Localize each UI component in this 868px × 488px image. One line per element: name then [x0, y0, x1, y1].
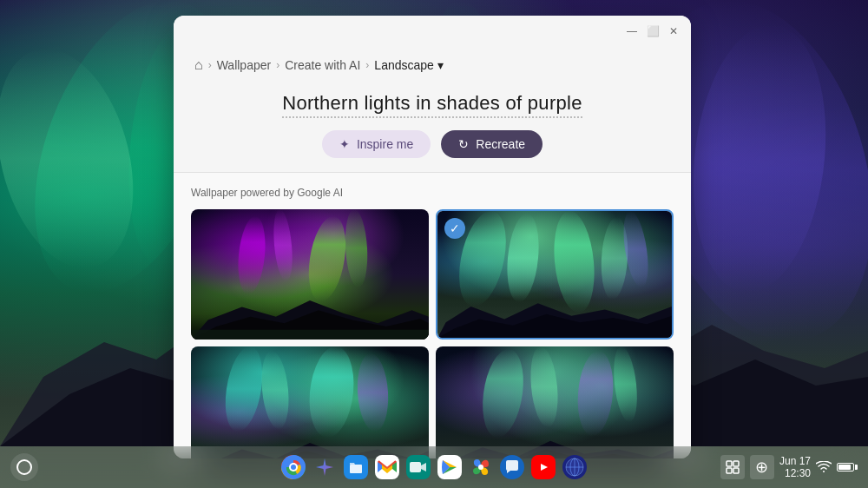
title-area: Northern lights in shades of purple ✦ In…: [174, 83, 691, 172]
breadcrumb-sep-2: ›: [276, 59, 279, 71]
recreate-icon: ↻: [458, 137, 469, 151]
gemini-icon: [314, 457, 335, 478]
svg-rect-26: [727, 461, 732, 466]
files-app-icon[interactable]: [344, 455, 368, 479]
svg-point-14: [291, 465, 296, 470]
action-buttons: ✦ Inspire me ↻ Recreate: [194, 130, 670, 158]
wallpaper-window: — ⬜ ✕ ⌂ › Wallpaper › Create with AI › L…: [174, 16, 691, 458]
tray-expand-button[interactable]: [720, 455, 745, 479]
chrome-icon: [281, 455, 306, 479]
play-app-icon[interactable]: [437, 455, 462, 479]
circle-icon: [16, 458, 33, 476]
battery-icon: [837, 463, 858, 472]
inspire-me-button[interactable]: ✦ Inspire me: [322, 130, 431, 158]
plus-icon: ⊕: [755, 458, 768, 477]
gallery-area: Wallpaper powered by Google AI: [174, 173, 691, 458]
gallery-image-4[interactable]: [436, 346, 674, 458]
messages-icon: [503, 458, 521, 476]
close-button[interactable]: ✕: [667, 24, 681, 38]
play-store-icon: [440, 458, 459, 477]
globe-icon: [564, 457, 585, 478]
aurora-image-2-bg: [437, 211, 672, 338]
time-display: 12:30: [785, 467, 811, 479]
minimize-button[interactable]: —: [625, 24, 639, 38]
add-button[interactable]: ⊕: [750, 455, 774, 479]
mountain-1: [191, 287, 429, 340]
breadcrumb-active[interactable]: Landscape ▾: [374, 58, 444, 72]
system-tray-button[interactable]: [10, 453, 38, 481]
chrome-edu-app-icon[interactable]: [562, 455, 587, 479]
breadcrumb-wallpaper[interactable]: Wallpaper: [217, 58, 272, 72]
youtube-icon: [534, 460, 553, 474]
maximize-button[interactable]: ⬜: [646, 24, 660, 38]
meet-icon: [409, 459, 428, 475]
recreate-button[interactable]: ↻ Recreate: [441, 130, 542, 158]
tray-icon: [726, 460, 740, 474]
photos-app-icon[interactable]: [469, 455, 493, 479]
date-display: Jun 17: [779, 455, 811, 467]
inspire-me-label: Inspire me: [357, 137, 413, 151]
battery-tip: [855, 465, 858, 470]
breadcrumb-sep-1: ›: [208, 59, 212, 71]
gallery-image-1[interactable]: [191, 209, 429, 340]
taskbar: ⊕ Jun 17 12:30: [0, 446, 868, 488]
window-titlebar: — ⬜ ✕: [174, 16, 691, 47]
messages-app-icon[interactable]: [500, 455, 524, 479]
taskbar-center: [281, 455, 587, 479]
svg-rect-27: [733, 461, 739, 466]
svg-rect-17: [410, 462, 421, 472]
gmail-icon: [378, 460, 397, 474]
aurora-image-4-bg: [436, 346, 674, 458]
svg-point-18: [478, 465, 483, 470]
window-content: ⌂ › Wallpaper › Create with AI › Landsca…: [174, 47, 691, 458]
home-icon[interactable]: ⌂: [194, 57, 203, 73]
files-icon: [347, 458, 365, 476]
page-title: Northern lights in shades of purple: [282, 92, 582, 118]
photos-icon: [470, 456, 492, 478]
breadcrumb-dropdown-icon: ▾: [437, 58, 444, 72]
gallery-image-2[interactable]: ✓: [436, 209, 674, 340]
svg-point-11: [17, 460, 31, 474]
svg-rect-15: [350, 465, 362, 473]
youtube-app-icon[interactable]: [531, 455, 556, 479]
gallery-image-3[interactable]: [191, 346, 429, 458]
breadcrumb-sep-3: ›: [365, 59, 369, 71]
meet-app-icon[interactable]: [406, 455, 431, 479]
chrome-app-icon[interactable]: [281, 455, 306, 479]
battery-fill: [838, 465, 851, 470]
date-time[interactable]: Jun 17 12:30: [779, 455, 811, 479]
recreate-label: Recreate: [476, 137, 525, 151]
gemini-app-icon[interactable]: [312, 455, 337, 479]
gallery-powered-by: Wallpaper powered by Google AI: [191, 187, 674, 199]
inspire-icon: ✦: [339, 137, 350, 151]
aurora-image-1-bg: [191, 209, 429, 340]
breadcrumb: ⌂ › Wallpaper › Create with AI › Landsca…: [174, 47, 691, 83]
breadcrumb-active-label: Landscape: [374, 58, 434, 72]
breadcrumb-create-ai[interactable]: Create with AI: [285, 58, 360, 72]
image-grid: ✓: [191, 209, 674, 458]
gmail-app-icon[interactable]: [375, 455, 399, 479]
svg-rect-29: [733, 468, 739, 473]
wifi-icon: [816, 461, 832, 473]
aurora-image-3-bg: [191, 346, 429, 458]
battery-body: [837, 463, 854, 472]
system-tray: ⊕ Jun 17 12:30: [720, 455, 858, 479]
taskbar-left: [10, 453, 38, 481]
svg-rect-28: [727, 468, 732, 473]
selected-badge: ✓: [444, 218, 465, 239]
svg-rect-4: [191, 330, 429, 340]
